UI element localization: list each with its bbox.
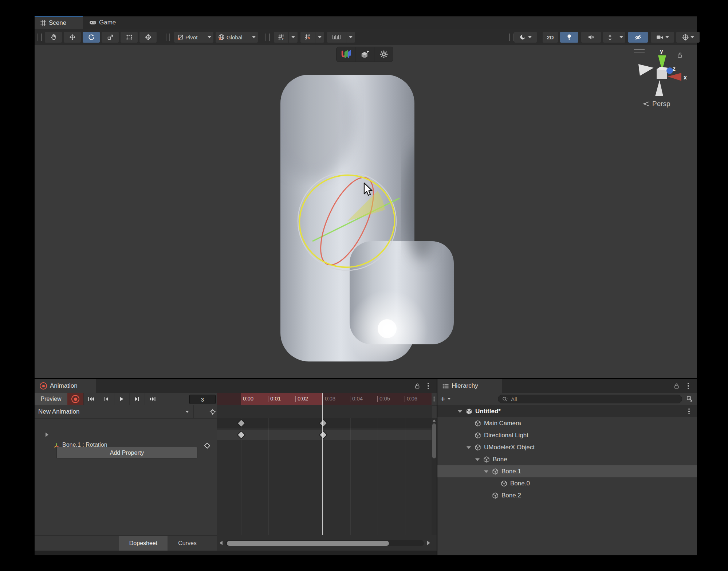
scrollbar-thumb[interactable] [227,541,389,546]
tab-animation[interactable]: Animation [35,379,96,393]
tab-hierarchy[interactable]: Hierarchy [437,379,502,393]
view-tab-bar: Scene Game [35,16,697,29]
hierarchy-row[interactable]: Main Camera [437,417,697,429]
grid-snap-caret[interactable] [315,32,324,43]
hierarchy-row[interactable]: UModelerX Object [437,441,697,453]
previous-frame-button[interactable] [99,393,114,405]
scene-viewport[interactable]: y z x Persp [35,45,697,378]
hierarchy-row[interactable]: Directional Light [437,429,697,441]
snap-increment-button[interactable] [327,32,346,43]
scene-gizmo-lock-icon[interactable] [677,52,683,58]
hierarchy-item-label: Bone.1 [501,468,521,475]
animation-lock-icon[interactable] [414,383,421,389]
tab-dopesheet[interactable]: Dopesheet [119,536,168,551]
umodelerx-logo-icon [341,50,351,59]
search-input[interactable] [510,396,678,403]
record-toggle-button[interactable] [67,393,84,405]
tab-game[interactable]: Game [83,16,130,29]
curves-tab-label: Curves [178,540,197,547]
timeline-horizontal-scrollbar[interactable] [225,540,424,546]
gameobject-cube-icon [483,456,490,463]
scroll-right-arrow[interactable] [427,541,430,545]
add-property-button[interactable]: Add Property [56,447,197,459]
preview-toggle-button[interactable]: Preview [35,393,68,405]
global-dropdown[interactable]: Global [216,32,258,43]
add-cube-button[interactable] [355,47,374,62]
rotate-tool-button[interactable] [83,32,100,43]
effects-caret[interactable] [617,32,625,43]
timeline-menu-button[interactable] [432,393,437,406]
go-to-beginning-button[interactable] [83,393,99,405]
dopesheet-tab-label: Dopesheet [129,540,157,547]
timeline-ruler[interactable]: 0:00 0:01 0:02 0:03 0:04 0:05 0:06 [217,393,432,406]
hierarchy-search[interactable] [498,395,682,403]
move-tool-button[interactable] [64,32,81,43]
dopesheet-vertical-scrollbar[interactable] [432,418,437,535]
scene-3d-render [35,45,697,378]
scale-icon [107,34,114,41]
grid-visibility-caret[interactable] [289,32,298,43]
foldout-icon[interactable] [467,446,471,449]
unity-scene-icon [466,408,472,415]
property-row[interactable]: Bone.1 : Rotation [35,430,217,440]
hierarchy-menu-button[interactable] [685,382,692,390]
foldout-icon[interactable] [475,458,480,461]
component-gizmos-dropdown[interactable] [676,32,700,43]
foldout-icon[interactable] [484,470,488,473]
pivot-dropdown[interactable]: Pivot [174,32,213,43]
axis-z-label[interactable]: z [673,66,676,72]
property-key-indicator[interactable] [204,443,210,449]
tab-curves[interactable]: Curves [168,536,207,551]
scene-menu-button[interactable] [686,407,692,416]
hierarchy-row[interactable]: Bone.1 [437,465,697,477]
hierarchy-row[interactable]: Bone.0 [437,477,697,489]
effects-toggle-button[interactable] [603,32,617,43]
next-frame-button[interactable] [129,393,145,405]
animation-menu-button[interactable] [425,382,432,390]
projection-mode[interactable]: Persp [642,100,670,108]
lighting-toggle-button[interactable] [560,32,578,43]
current-frame-field[interactable] [189,395,216,404]
scrollbar-thumb[interactable] [432,423,436,458]
scale-tool-button[interactable] [102,32,119,43]
scene-visibility-toggle-button[interactable] [628,32,648,43]
play-button[interactable] [114,393,130,405]
audio-mute-toggle-button[interactable] [581,32,601,43]
axis-x-label[interactable]: x [684,74,687,81]
pan-tool-button[interactable] [45,32,62,43]
rotate-icon [88,34,95,41]
hierarchy-row[interactable]: Bone [437,453,697,465]
grid-visibility-button[interactable]: Y [274,32,288,43]
grid-snap-button[interactable] [300,32,315,43]
tab-scene[interactable]: Scene [35,16,83,29]
rect-tool-button[interactable] [121,32,138,43]
settings-button[interactable] [374,47,393,62]
dopesheet-area[interactable] [217,418,432,535]
next-key-icon [134,397,139,401]
playhead[interactable] [322,393,323,535]
hierarchy-lock-icon[interactable] [673,383,680,389]
go-to-end-button[interactable] [145,393,160,405]
shading-mode-dropdown[interactable] [514,32,537,43]
grid-magnet-icon [304,34,311,41]
search-icon [502,396,508,402]
animation-property-list: Bone.1 : Rotation Add Property [35,418,217,536]
2d-toggle-button[interactable]: 2D [543,32,558,43]
foldout-icon[interactable] [46,433,48,437]
gameobject-cube-icon [475,444,481,451]
snap-increment-caret[interactable] [346,32,355,43]
foldout-icon[interactable] [458,410,462,413]
pick-object-icon[interactable] [686,395,693,403]
camera-dropdown[interactable] [651,32,674,43]
scroll-left-arrow[interactable] [220,541,223,545]
chevron-down-icon [690,36,694,38]
scroll-up-arrow[interactable] [433,419,436,422]
create-object-button[interactable]: + [440,393,451,405]
transform-tool-button[interactable] [139,32,157,43]
axis-y-label[interactable]: y [660,48,663,55]
hierarchy-row[interactable]: Untitled* [437,405,697,417]
ruler-tick [268,396,268,402]
animation-clip-dropdown[interactable]: New Animation [35,405,194,418]
umodelerx-logo-button[interactable] [337,47,355,62]
hierarchy-row[interactable]: Bone.2 [437,489,697,501]
